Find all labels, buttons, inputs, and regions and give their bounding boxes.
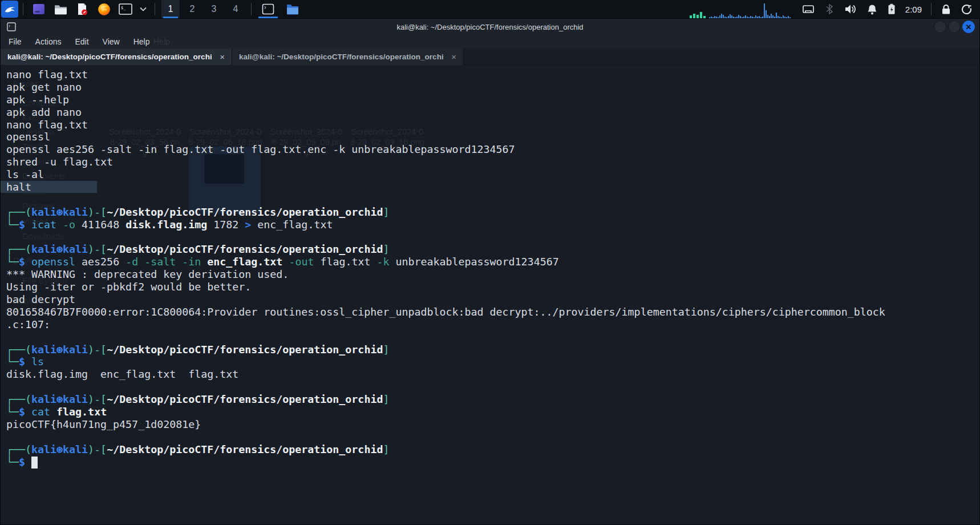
folder-icon: [54, 2, 68, 17]
firefox-launcher[interactable]: [96, 1, 112, 17]
ghost-menu-text: Help: [153, 37, 170, 46]
tab-close-icon[interactable]: ×: [451, 52, 456, 62]
maximize-button[interactable]: [948, 21, 961, 33]
tab-title: kali@kali: ~/Desktop/picoCTF/forensics/o…: [7, 52, 212, 61]
terminal-line: ls -al: [6, 168, 979, 181]
terminal-line: bad decrypt: [6, 293, 979, 306]
terminal-line: ┌──(kali⊛kali)-[~/Desktop/picoCTF/forens…: [6, 243, 979, 256]
workspace-4[interactable]: 4: [226, 0, 245, 18]
workspace-switcher: 1234: [160, 0, 246, 18]
graph-bar: [764, 3, 765, 18]
menu-file[interactable]: File: [9, 37, 22, 46]
graph-bar: [721, 14, 722, 18]
text-editor-launcher[interactable]: [74, 1, 90, 17]
menu-help[interactable]: Help: [133, 37, 150, 46]
terminal-icon: ❯: [7, 22, 16, 31]
terminal-tab-2[interactable]: kali@kali: ~/Desktop/picoCTF/forensics/o…: [232, 49, 464, 65]
workspace-2[interactable]: 2: [183, 0, 201, 18]
graph-bar: [766, 10, 767, 18]
logout-power-icon[interactable]: [961, 4, 972, 15]
taskbar: $_ 1234 ❯: [0, 0, 980, 18]
system-tray: 2:09: [797, 0, 980, 18]
terminal-line: ┌──(kali⊛kali)-[~/Desktop/picoCTF/forens…: [6, 206, 979, 219]
terminal-line: [6, 193, 979, 206]
terminal-line: [6, 381, 979, 393]
menu-edit[interactable]: Edit: [75, 37, 88, 46]
terminal-line: apk get nano: [6, 81, 979, 94]
terminal-line: Using -iter or -pbkdf2 would be better.: [6, 281, 979, 293]
window-manager-launcher[interactable]: [31, 1, 47, 17]
terminal-viewport[interactable]: "Screenshot_2024-08-29_02_06_18.png" | 1…: [1, 66, 979, 524]
terminal-line: halt: [6, 181, 979, 193]
terminal-line: [6, 331, 979, 344]
terminal-tab-1[interactable]: kali@kali: ~/Desktop/picoCTF/forensics/o…: [1, 49, 232, 65]
graph-bar: [700, 12, 702, 18]
terminal-line: └─$ openssl aes256 -d -salt -in enc_flag…: [6, 256, 979, 268]
taskbar-separator: [251, 3, 252, 15]
document-icon: [75, 2, 89, 16]
minimize-button[interactable]: [934, 21, 946, 33]
file-manager-launcher[interactable]: [52, 1, 68, 17]
terminal-line: [6, 431, 979, 443]
system-monitor-graph[interactable]: [690, 0, 791, 18]
kali-menu-button[interactable]: [1, 1, 18, 18]
terminal-line: apk --help: [6, 94, 979, 106]
svg-text:$_: $_: [121, 6, 126, 10]
terminal-line: shred -u flag.txt: [6, 156, 979, 168]
svg-text:❯: ❯: [264, 5, 266, 9]
menu-view[interactable]: View: [103, 37, 120, 46]
firefox-icon: [97, 2, 111, 17]
lock-screen-icon[interactable]: [941, 4, 951, 15]
tabbar: kali@kali: ~/Desktop/picoCTF/forensics/o…: [1, 49, 979, 65]
taskbar-window-files[interactable]: [280, 0, 305, 18]
terminal-line: nano flag.txt: [6, 68, 979, 81]
window-titlebar[interactable]: ❯ kali@kali: ~/Desktop/picoCTF/forensics…: [1, 19, 979, 35]
volume-icon[interactable]: [844, 4, 857, 14]
network-icon[interactable]: [802, 4, 815, 14]
terminal-line: ┌──(kali⊛kali)-[~/Desktop/picoCTF/forens…: [6, 393, 979, 406]
terminal-line: openssl aes256 -salt -in flag.txt -out f…: [6, 143, 979, 156]
terminal-icon: $_: [118, 2, 133, 16]
terminal-line: ┌──(kali⊛kali)-[~/Desktop/picoCTF/forens…: [6, 443, 979, 456]
battery-charging-icon[interactable]: [888, 3, 896, 15]
graph-bar: [776, 13, 777, 18]
terminal-line: *** WARNING : deprecated key derivation …: [6, 268, 979, 281]
tray-separator: [931, 3, 932, 15]
terminal-window: ❯ kali@kali: ~/Desktop/picoCTF/forensics…: [0, 18, 980, 525]
tab-close-icon[interactable]: ×: [220, 52, 225, 62]
terminal-line: ┌──(kali⊛kali)-[~/Desktop/picoCTF/forens…: [6, 344, 979, 356]
terminal-cursor: [31, 457, 38, 469]
clock[interactable]: 2:09: [905, 5, 922, 14]
terminal-line: 801658467B7F0000:error:1C800064:Provider…: [6, 306, 979, 318]
notifications-bell-icon[interactable]: [867, 4, 877, 15]
window-app-icon: [32, 2, 46, 16]
graph-bar: [771, 14, 772, 18]
close-icon: ✕: [966, 23, 972, 31]
taskbar-separator: [23, 3, 23, 15]
chevron-down-icon[interactable]: [139, 1, 147, 17]
kali-logo-icon: [3, 3, 16, 15]
terminal-line: [6, 231, 979, 244]
workspace-3[interactable]: 3: [205, 0, 223, 18]
tab-title: kali@kali: ~/Desktop/picoCTF/forensics/o…: [239, 52, 443, 61]
terminal-line: openssl: [6, 131, 979, 143]
window-title: kali@kali: ~/Desktop/picoCTF/forensics/o…: [1, 23, 979, 31]
terminal-line: └─$ cat flag.txt: [6, 406, 979, 418]
taskbar-window-terminal[interactable]: ❯: [256, 0, 280, 18]
terminal-line: └─$: [6, 456, 979, 469]
blue-folder-icon: [286, 3, 299, 15]
terminal-line: └─$ icat -o 411648 disk.flag.img 1782 > …: [6, 219, 979, 231]
terminal-launcher[interactable]: $_: [118, 1, 133, 17]
terminal-line: disk.flag.img enc_flag.txt flag.txt: [6, 368, 979, 381]
workspace-1[interactable]: 1: [161, 0, 180, 18]
bluetooth-off-icon[interactable]: [825, 4, 834, 14]
terminal-line: picoCTF{h4un71ng_p457_1d02081e}: [6, 418, 979, 431]
close-button[interactable]: ✕: [962, 21, 975, 33]
terminal-line: .c:107:: [6, 318, 979, 331]
menubar: FileActionsEditViewHelp Help: [1, 35, 979, 49]
graph-bar: [730, 14, 731, 18]
menu-actions[interactable]: Actions: [35, 37, 62, 46]
graph-bar: [693, 14, 695, 18]
terminal-line: nano flag.txt: [6, 119, 979, 131]
terminal-window-icon: ❯: [262, 3, 274, 15]
